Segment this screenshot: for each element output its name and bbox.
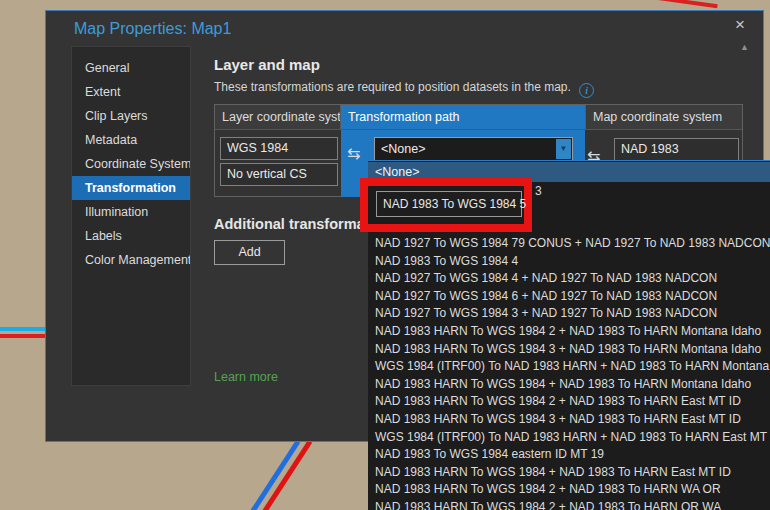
chevron-down-icon[interactable]: ▼	[556, 139, 571, 159]
swap-arrows-icon: ⇆	[347, 146, 360, 162]
column-header-layer-coordinate-system: Layer coordinate system	[215, 105, 341, 129]
map-cs-field: NAD 1983	[614, 138, 739, 161]
sidebar-item-labels[interactable]: Labels	[72, 224, 190, 248]
transformation-path-combobox[interactable]: <None> ▼	[374, 137, 573, 161]
dropdown-item[interactable]: NAD 1983 HARN To WGS 1984 3 + NAD 1983 T…	[368, 341, 770, 359]
column-header-map-coordinate-system: Map coordinate system	[585, 105, 742, 129]
sidebar-item-coordinate-systems[interactable]: Coordinate Systems	[72, 152, 190, 176]
gps-track-line-red	[0, 334, 46, 338]
learn-more-link[interactable]: Learn more	[214, 370, 278, 384]
dropdown-item-highlighted[interactable]: NAD 1983 To WGS 1984 5	[376, 191, 522, 217]
sidebar-item-metadata[interactable]: Metadata	[72, 128, 190, 152]
column-header-transformation-path: Transformation path	[341, 105, 585, 129]
dropdown-item[interactable]: WGS 1984 (ITRF00) To NAD 1983 HARN + NAD…	[368, 429, 770, 447]
table-header-row: Layer coordinate system Transformation p…	[215, 105, 742, 130]
sidebar-item-clip-layers[interactable]: Clip Layers	[72, 104, 190, 128]
dropdown-item[interactable]: NAD 1927 To WGS 1984 4 + NAD 1927 To NAD…	[368, 270, 770, 288]
dropdown-item[interactable]: NAD 1983 HARN To WGS 1984 2 + NAD 1983 T…	[368, 393, 770, 411]
close-icon[interactable]: ×	[729, 14, 751, 36]
sidebar-item-general[interactable]: General	[72, 56, 190, 80]
layer-vertical-cs-field: No vertical CS	[220, 163, 338, 186]
scroll-up-icon[interactable]: ▲	[740, 43, 749, 52]
dropdown-item[interactable]: NAD 1983 HARN To WGS 1984 2 + NAD 1983 T…	[368, 323, 770, 341]
dropdown-item[interactable]: NAD 1983 HARN To WGS 1984 3 + NAD 1983 T…	[368, 411, 770, 429]
dropdown-item[interactable]: NAD 1983 HARN To WGS 1984 + NAD 1983 To …	[368, 376, 770, 394]
dropdown-item-obscured[interactable]: 3	[535, 184, 542, 198]
dropdown-item[interactable]: NAD 1983 To WGS 1984 4	[368, 253, 770, 271]
dropdown-item[interactable]: NAD 1927 To WGS 1984 6 + NAD 1927 To NAD…	[368, 288, 770, 306]
description-text: These transformations are required to po…	[214, 80, 571, 94]
dropdown-item[interactable]: NAD 1927 To WGS 1984 79 CONUS + NAD 1927…	[368, 235, 770, 253]
sidebar-item-color-management[interactable]: Color Management	[72, 248, 190, 272]
layer-cs-field: WGS 1984	[220, 137, 338, 160]
section-title: Layer and map	[214, 56, 320, 73]
dropdown-item[interactable]: NAD 1927 To WGS 1984 3 + NAD 1927 To NAD…	[368, 305, 770, 323]
sidebar-item-illumination[interactable]: Illumination	[72, 200, 190, 224]
sidebar-item-extent[interactable]: Extent	[72, 80, 190, 104]
info-icon[interactable]: i	[579, 83, 594, 98]
dropdown-items: NAD 1927 To WGS 1984 79 CONUS + NAD 1927…	[368, 235, 770, 510]
sidebar: General Extent Clip Layers Metadata Coor…	[71, 46, 191, 386]
red-annotation-box: NAD 1983 To WGS 1984 5	[360, 178, 532, 232]
dropdown-item[interactable]: WGS 1984 (ITRF00) To NAD 1983 HARN + NAD…	[368, 358, 770, 376]
section-description: These transformations are required to po…	[214, 80, 594, 98]
dropdown-item[interactable]: NAD 1983 HARN To WGS 1984 2 + NAD 1983 T…	[368, 481, 770, 499]
dropdown-item[interactable]: NAD 1983 HARN To WGS 1984 + NAD 1983 To …	[368, 464, 770, 482]
add-button[interactable]: Add	[214, 240, 285, 265]
dropdown-item[interactable]: NAD 1983 To WGS 1984 eastern ID MT 19	[368, 446, 770, 464]
combobox-value: <None>	[381, 142, 425, 156]
dropdown-item[interactable]: NAD 1983 HARN To WGS 1984 2 + NAD 1983 T…	[368, 499, 770, 510]
sidebar-item-transformation[interactable]: Transformation	[72, 176, 190, 200]
dialog-title: Map Properties: Map1	[74, 20, 231, 38]
gps-track-line-cyan	[0, 327, 46, 331]
